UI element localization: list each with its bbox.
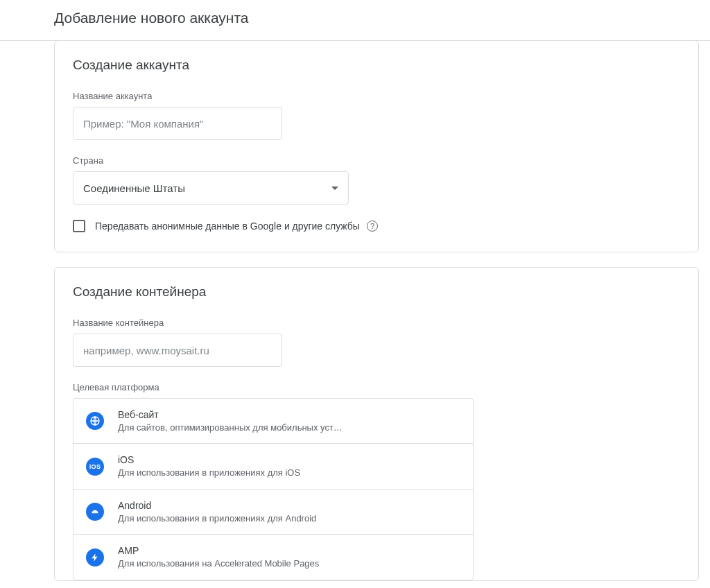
platform-desc: Для использования в приложениях для iOS <box>118 467 300 479</box>
share-data-label: Передавать анонимные данные в Google и д… <box>95 220 378 232</box>
container-name-input[interactable] <box>73 334 282 367</box>
account-name-label: Название аккаунта <box>73 91 680 101</box>
platform-desc: Для использования на Accelerated Mobile … <box>118 557 319 570</box>
share-data-row: Передавать анонимные данные в Google и д… <box>73 220 680 232</box>
page-title: Добавление нового аккаунта <box>54 10 710 26</box>
platform-desc: Для использования в приложениях для Andr… <box>118 512 316 525</box>
platform-title: Веб-сайт <box>118 408 343 422</box>
help-icon[interactable]: ? <box>367 220 378 232</box>
platform-title: Android <box>118 499 316 512</box>
amp-icon <box>86 548 104 567</box>
country-label: Страна <box>73 155 680 166</box>
container-card: Создание контейнера Название контейнера … <box>54 267 699 581</box>
container-card-title: Создание контейнера <box>73 284 680 300</box>
android-icon <box>86 503 104 521</box>
share-data-text: Передавать анонимные данные в Google и д… <box>95 220 360 232</box>
country-select[interactable]: Соединенные Штаты <box>73 171 349 205</box>
country-field: Страна Соединенные Штаты <box>73 155 680 205</box>
platform-list: Веб-сайт Для сайтов, оптимизированных дл… <box>73 398 474 580</box>
share-data-checkbox[interactable] <box>73 220 85 232</box>
country-selected-value: Соединенные Штаты <box>83 182 185 194</box>
platform-option-ios[interactable]: iOS iOS Для использования в приложениях … <box>73 444 473 489</box>
svg-point-1 <box>94 512 94 512</box>
container-name-label: Название контейнера <box>73 318 680 328</box>
account-name-input[interactable] <box>73 107 282 140</box>
account-card-title: Создание аккаунта <box>73 58 680 73</box>
platform-option-amp[interactable]: AMP Для использования на Accelerated Mob… <box>73 535 473 579</box>
platform-title: AMP <box>118 544 319 557</box>
account-card: Создание аккаунта Название аккаунта Стра… <box>54 40 699 252</box>
platform-option-web[interactable]: Веб-сайт Для сайтов, оптимизированных дл… <box>73 399 473 444</box>
svg-point-2 <box>96 512 96 512</box>
platform-title: iOS <box>118 453 300 467</box>
platform-label: Целевая платформа <box>73 382 680 392</box>
ios-icon: iOS <box>86 458 104 476</box>
platform-option-android[interactable]: Android Для использования в приложениях … <box>73 490 473 535</box>
account-name-field: Название аккаунта <box>73 91 680 140</box>
globe-icon <box>86 412 104 430</box>
container-name-field: Название контейнера <box>73 318 680 367</box>
platform-desc: Для сайтов, оптимизированных для мобильн… <box>118 422 343 434</box>
chevron-down-icon <box>331 187 338 190</box>
